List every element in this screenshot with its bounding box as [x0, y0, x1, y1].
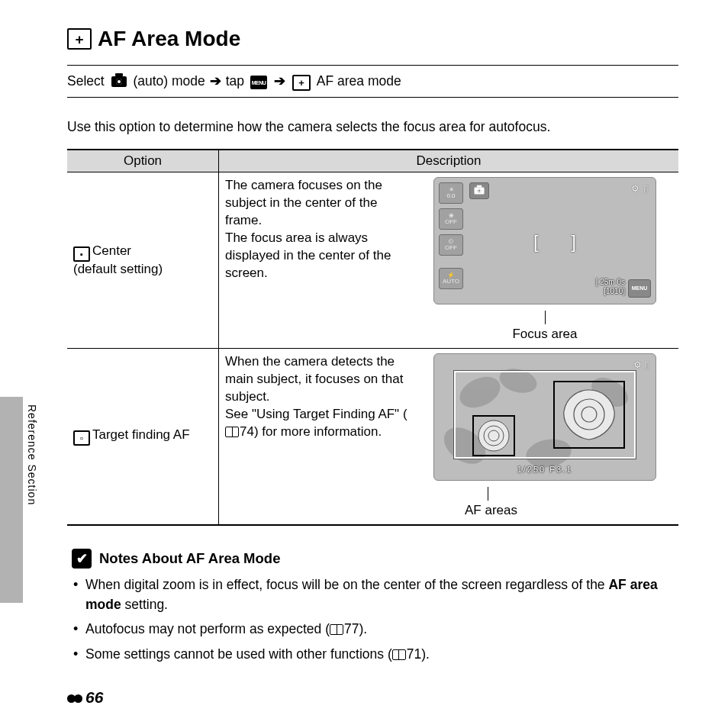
- af-area-icon: +: [67, 28, 92, 50]
- arrow-icon: ➔: [210, 73, 221, 89]
- camera-icon: [111, 76, 127, 87]
- rec-indicator: [: [596, 278, 598, 286]
- lcd-preview-center: ☀0.0 ❀OFF ⏲OFF ⚡AUTO ⚙ ▯ [ ] [ 25m 0s[10…: [433, 177, 656, 304]
- list-item: Autofocus may not perform as expected (7…: [82, 619, 674, 639]
- figure-caption: AF areas: [419, 502, 671, 520]
- desc1: When the camera detects the main subject…: [225, 354, 403, 404]
- table-header-row: Option Description: [67, 150, 678, 172]
- page-number: 66: [67, 688, 103, 707]
- figure-caption: Focus area: [419, 326, 671, 343]
- option-cell: ▪Center (default setting): [67, 172, 219, 349]
- description-cell: When the camera detects the main subject…: [219, 348, 679, 524]
- option-sub: (default setting): [73, 262, 163, 276]
- lcd-info-text: [ 25m 0s[1010]: [596, 278, 625, 296]
- sidebar-tab: [0, 397, 23, 603]
- desc2: The focus area is always displayed in th…: [225, 230, 391, 280]
- options-table: Option Description ▪Center (default sett…: [67, 149, 678, 526]
- col-option: Option: [67, 150, 219, 172]
- navigation-path: Select (auto) mode ➔ tap MENU ➔ + AF are…: [67, 65, 678, 98]
- table-row: ▪Center (default setting) The camera foc…: [67, 172, 678, 349]
- nav-select: Select: [67, 73, 105, 89]
- nav-tap: tap: [226, 73, 244, 89]
- check-icon: ✔: [72, 549, 92, 569]
- table-row: ▫Target finding AF When the camera detec…: [67, 348, 678, 524]
- desc1: The camera focuses on the subject in the…: [225, 178, 382, 227]
- lcd-mode-icon: [469, 182, 489, 199]
- af-plus-icon: +: [292, 75, 311, 91]
- option-name: Target finding AF: [92, 427, 190, 442]
- list-item: Some settings cannot be used with other …: [82, 644, 674, 664]
- page-marker-icon: [67, 688, 85, 707]
- desc2-ref: 74: [240, 424, 254, 439]
- list-item: When digital zoom is in effect, focus wi…: [82, 575, 674, 615]
- lcd-btn-macro: ❀OFF: [439, 208, 463, 230]
- lcd-top-indicators: ⚙ ▯: [631, 182, 649, 195]
- lcd2-bottom-text: 1/250 F3.1: [434, 464, 656, 475]
- af-area-small: [472, 415, 515, 456]
- book-icon: [330, 621, 344, 636]
- desc2b: ) for more information.: [254, 424, 382, 439]
- lcd-btn-timer: ⏲OFF: [439, 234, 463, 256]
- title-text: AF Area Mode: [98, 27, 240, 51]
- callout-line: [545, 311, 546, 324]
- lcd-menu-button: MENU: [628, 279, 651, 298]
- intro-text: Use this option to determine how the cam…: [67, 119, 678, 135]
- focus-area-brackets: [ ]: [533, 230, 564, 253]
- option-name: Center: [92, 243, 131, 258]
- nav-af: AF area mode: [317, 73, 401, 89]
- notes-heading: ✔ Notes About AF Area Mode: [72, 549, 674, 569]
- col-description: Description: [219, 150, 679, 172]
- lcd-btn-ev: ☀0.0: [439, 182, 463, 204]
- center-icon: ▪: [73, 246, 90, 262]
- nav-auto: (auto) mode: [133, 73, 205, 89]
- af-area-large: [553, 381, 625, 449]
- lcd2-top-indicators: ⚙ ▯: [633, 359, 649, 371]
- lcd-btn-flash: ⚡AUTO: [439, 268, 463, 289]
- callout-line: [488, 487, 488, 501]
- lcd-preview-target: ⚙ ▯ 1/250 F3.1: [433, 353, 656, 481]
- svg-point-8: [581, 407, 597, 422]
- menu-icon: MENU: [250, 76, 267, 89]
- svg-point-7: [488, 430, 499, 441]
- notes-section: ✔ Notes About AF Area Mode When digital …: [72, 549, 674, 664]
- sidebar-label: Reference Section: [26, 404, 38, 505]
- page: Reference Section + AF Area Mode Select …: [0, 0, 728, 728]
- arrow-icon: ➔: [274, 73, 285, 89]
- description-cell: The camera focuses on the subject in the…: [219, 172, 679, 349]
- desc2a: See "Using Target Finding AF" (: [225, 407, 407, 421]
- book-icon: [392, 646, 407, 662]
- book-icon: [225, 424, 240, 439]
- option-cell: ▫Target finding AF: [67, 348, 219, 524]
- target-icon: ▫: [73, 430, 90, 446]
- page-title: + AF Area Mode: [67, 27, 678, 51]
- notes-heading-text: Notes About AF Area Mode: [99, 550, 280, 567]
